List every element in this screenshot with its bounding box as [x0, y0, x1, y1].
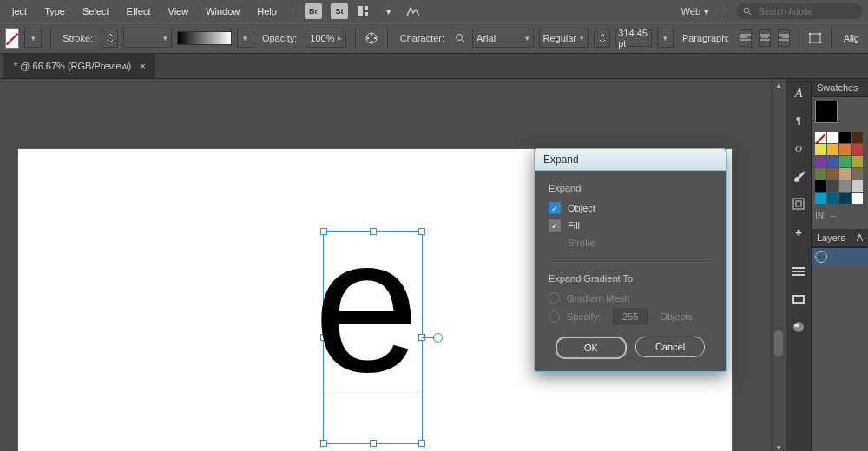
svg-rect-24 [810, 34, 820, 42]
swatch-cell[interactable] [815, 144, 826, 155]
swatches-tab[interactable]: Swatches [812, 79, 868, 97]
font-style-dropdown[interactable]: Regular▾ [539, 29, 589, 48]
font-size-stepper[interactable] [594, 29, 610, 48]
stroke-profile-dropdown[interactable]: ▾ [123, 29, 172, 48]
swatch-cell[interactable] [852, 156, 863, 167]
handle-bm[interactable] [370, 440, 377, 447]
menu-object[interactable]: ject [5, 3, 34, 20]
swatch-cell[interactable] [827, 144, 838, 155]
stroke-weight-stepper[interactable] [102, 29, 118, 48]
ok-button[interactable]: OK [556, 337, 627, 359]
menu-window[interactable]: Window [199, 3, 247, 20]
checkbox-checked-icon[interactable]: ✓ [549, 219, 561, 232]
font-family-dropdown[interactable]: Arial▾ [472, 29, 533, 48]
vertical-scrollbar[interactable]: ▴ ▾ [771, 79, 786, 451]
rotate-handle[interactable] [433, 333, 443, 343]
swatch-cell[interactable] [852, 132, 863, 143]
align-right-button[interactable] [778, 29, 790, 47]
search-box[interactable] [736, 3, 863, 19]
dialog-titlebar[interactable]: Expand [535, 149, 726, 171]
document-tab[interactable]: * @ 66.67% (RGB/Preview) × [3, 54, 155, 78]
swatch-cell[interactable] [827, 193, 838, 204]
swatch-cell[interactable] [839, 144, 851, 155]
separator [355, 28, 356, 49]
swatch-cell[interactable] [839, 168, 851, 180]
swatch-cell[interactable] [827, 132, 838, 143]
search-icon [455, 33, 465, 43]
menu-select[interactable]: Select [76, 3, 116, 20]
swatch-cell[interactable] [839, 156, 851, 167]
swatch-cell[interactable] [839, 193, 851, 204]
fill-checkbox-row[interactable]: ✓ Fill [549, 219, 712, 232]
brush-definition[interactable] [177, 31, 231, 45]
spade-icon[interactable]: ♣ [790, 223, 807, 240]
workspace-switcher[interactable]: Web ▾ [681, 6, 709, 17]
search-input[interactable] [757, 6, 856, 17]
symbols-panel-icon[interactable] [790, 195, 807, 212]
swatch-cell[interactable] [839, 180, 851, 192]
workspace: e ▴ ▾ A ¶ O ♣ Swatches IN. ↔ Layers A [0, 79, 868, 451]
arrange-docs-icon[interactable] [357, 3, 372, 19]
object-label: Object [568, 203, 595, 213]
cancel-button[interactable]: Cancel [635, 337, 705, 357]
svg-point-6 [371, 34, 373, 36]
svg-point-8 [371, 41, 373, 43]
menu-effect[interactable]: Effect [120, 3, 158, 20]
opacity-input[interactable]: 100%▸ [306, 29, 346, 48]
align-center-button[interactable] [759, 29, 771, 47]
font-size-input[interactable]: 314.45 pt [615, 29, 651, 47]
appearance-panel-icon[interactable] [790, 318, 807, 336]
menu-view[interactable]: View [161, 3, 196, 20]
bridge-icon[interactable]: Br [305, 3, 322, 19]
swatch-cell[interactable] [852, 193, 863, 204]
swatch-cell[interactable] [827, 168, 838, 180]
current-fill-swatch[interactable] [815, 101, 838, 123]
menu-lines-icon[interactable] [790, 263, 807, 280]
recolor-icon[interactable] [365, 31, 378, 45]
stock-icon[interactable]: St [331, 3, 348, 19]
swatch-cell[interactable] [852, 168, 863, 180]
swatch-cell[interactable] [815, 168, 826, 180]
scroll-up-icon[interactable]: ▴ [772, 79, 786, 91]
scroll-thumb[interactable] [774, 330, 783, 356]
fill-none-swatch[interactable] [5, 28, 19, 49]
object-checkbox-row[interactable]: ✓ Object [549, 202, 712, 214]
handle-bl[interactable] [320, 440, 327, 447]
stroke-checkbox-row: Stroke [549, 237, 712, 249]
swatch-cell[interactable] [815, 132, 826, 143]
text-object[interactable]: e [313, 210, 419, 401]
swatch-cell[interactable] [827, 156, 838, 167]
swatch-cell[interactable] [815, 156, 826, 167]
visibility-icon[interactable] [815, 251, 827, 263]
checkbox-checked-icon[interactable]: ✓ [549, 202, 561, 214]
artboards-panel-icon[interactable] [790, 291, 807, 308]
swatch-cell[interactable] [815, 180, 826, 192]
close-tab-icon[interactable]: × [140, 61, 145, 71]
font-size-value: 314.45 pt [618, 28, 648, 49]
character-label: Character: [400, 33, 444, 43]
right-panel: Swatches IN. ↔ Layers A [811, 79, 868, 451]
paragraph-panel-icon[interactable]: ¶ [790, 112, 807, 129]
fill-dropdown[interactable]: ▾ [24, 29, 41, 48]
swatch-cell[interactable] [815, 193, 826, 204]
brush-dropdown[interactable]: ▾ [237, 29, 253, 48]
font-family-value: Arial [477, 33, 496, 43]
chevron-down-icon[interactable]: ▾ [381, 3, 397, 19]
layers-tab[interactable]: Layers A [812, 229, 868, 247]
type-panel-icon[interactable]: A [790, 84, 807, 101]
gpu-icon[interactable] [405, 3, 421, 19]
glyphs-panel-icon[interactable]: O [790, 140, 807, 157]
swatch-cell[interactable] [852, 180, 863, 192]
align-left-button[interactable] [740, 29, 752, 47]
font-size-dropdown[interactable]: ▾ [657, 29, 674, 48]
handle-br[interactable] [418, 440, 425, 447]
brushes-panel-icon[interactable] [790, 167, 807, 185]
scroll-down-icon[interactable]: ▾ [772, 441, 786, 451]
swatch-cell[interactable] [827, 180, 838, 192]
swatch-cell[interactable] [852, 144, 863, 155]
swatch-cell[interactable] [839, 132, 851, 143]
menu-help[interactable]: Help [250, 3, 284, 20]
transform-icon[interactable] [808, 32, 822, 44]
layer-row[interactable] [812, 247, 868, 265]
menu-type[interactable]: Type [37, 3, 72, 20]
